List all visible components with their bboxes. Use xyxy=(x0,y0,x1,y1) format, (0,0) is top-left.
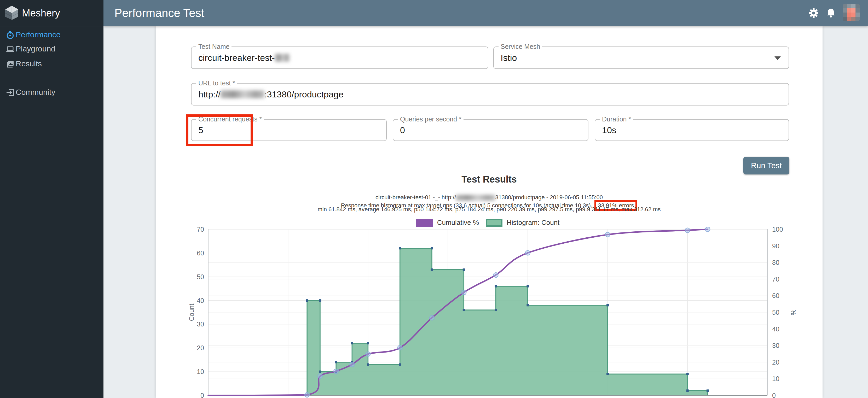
results-heading: Test Results xyxy=(156,174,823,185)
svg-text:20: 20 xyxy=(772,359,779,366)
chart-legend: Cumulative % Histogram: Count xyxy=(208,219,767,227)
svg-text:80: 80 xyxy=(772,259,779,266)
run-test-button[interactable]: Run Test xyxy=(743,157,789,174)
sidebar-item-community[interactable]: Community xyxy=(0,85,103,100)
concurrent-requests-label: Concurrent requests * xyxy=(196,115,264,123)
svg-text:90: 90 xyxy=(772,242,779,250)
blurred-text xyxy=(220,90,265,98)
exit-to-app-icon xyxy=(6,88,14,97)
sidebar: Meshery Performance Playground xyxy=(0,0,103,398)
svg-text:10: 10 xyxy=(197,368,204,375)
results-line-3: min 61.842 ms, average 146.925 ms, p50 1… xyxy=(156,206,823,213)
stopwatch-icon xyxy=(6,31,14,39)
page-title: Performance Test xyxy=(115,0,204,26)
test-name-value: circuit-breaker-test- xyxy=(198,53,275,63)
svg-text:%: % xyxy=(789,309,797,315)
blurred-text xyxy=(275,54,289,62)
avatar-blurred-image xyxy=(843,4,860,21)
brand-row[interactable]: Meshery xyxy=(0,0,103,26)
url-field[interactable]: URL to test * http://:31380/productpage xyxy=(191,83,789,105)
sidebar-item-performance[interactable]: Performance xyxy=(0,27,103,42)
settings-gear-icon[interactable] xyxy=(808,7,819,19)
test-name-field[interactable]: Test Name circuit-breaker-test- xyxy=(191,46,488,69)
service-mesh-select[interactable]: Service Mesh Istio xyxy=(493,46,789,69)
service-mesh-value: Istio xyxy=(501,47,517,68)
svg-text:40: 40 xyxy=(197,297,204,304)
queries-per-second-label: Queries per second * xyxy=(398,115,464,123)
content-card: Test Name circuit-breaker-test- Service … xyxy=(156,26,823,398)
svg-text:20: 20 xyxy=(197,344,204,352)
concurrent-requests-field[interactable]: Concurrent requests * 5 xyxy=(191,119,387,141)
chevron-down-icon xyxy=(774,57,781,60)
blurred-text xyxy=(456,195,495,201)
laptop-icon xyxy=(6,45,14,54)
svg-text:0: 0 xyxy=(200,392,204,398)
user-avatar[interactable] xyxy=(843,4,860,21)
duration-value: 10s xyxy=(602,120,616,140)
notifications-bell-icon[interactable] xyxy=(825,7,837,19)
svg-text:60: 60 xyxy=(197,250,204,257)
header-bar: Performance Test xyxy=(103,0,868,26)
sidebar-item-label: Performance xyxy=(16,27,61,42)
legend-swatch-green xyxy=(486,219,502,227)
concurrent-requests-value: 5 xyxy=(198,120,203,140)
svg-text:70: 70 xyxy=(197,227,204,233)
svg-text:40: 40 xyxy=(772,325,779,333)
meshery-logo-icon xyxy=(4,5,19,20)
sidebar-item-playground[interactable]: Playground xyxy=(0,41,103,56)
brand-name: Meshery xyxy=(22,0,60,26)
legend-item-cumulative: Cumulative % xyxy=(416,219,479,227)
results-gallery-icon xyxy=(6,60,14,68)
queries-per-second-field[interactable]: Queries per second * 0 xyxy=(393,119,588,141)
sidebar-item-label: Results xyxy=(16,57,42,71)
svg-text:60: 60 xyxy=(772,292,779,299)
svg-text:70: 70 xyxy=(772,275,779,283)
legend-item-histogram: Histogram: Count xyxy=(486,219,559,227)
url-value-prefix: http:// xyxy=(198,89,220,100)
svg-text:30: 30 xyxy=(197,321,204,328)
sidebar-divider xyxy=(0,77,103,77)
url-value-suffix: :31380/productpage xyxy=(265,89,343,100)
svg-text:0: 0 xyxy=(772,392,776,398)
response-time-histogram-chart: 0102030405060700102030405060708090100Cou… xyxy=(183,227,800,398)
sidebar-item-results[interactable]: Results xyxy=(0,57,103,71)
sidebar-item-label: Playground xyxy=(16,41,55,56)
svg-text:Count: Count xyxy=(188,304,195,321)
duration-field[interactable]: Duration * 10s xyxy=(595,119,789,141)
svg-text:30: 30 xyxy=(772,342,779,349)
svg-text:50: 50 xyxy=(772,309,779,316)
legend-swatch-purple xyxy=(416,219,433,227)
app-root: Meshery Performance Playground xyxy=(0,0,868,398)
svg-text:50: 50 xyxy=(197,273,204,280)
queries-per-second-value: 0 xyxy=(400,120,405,140)
sidebar-item-label: Community xyxy=(16,85,55,100)
svg-text:100: 100 xyxy=(772,227,783,233)
svg-text:10: 10 xyxy=(772,375,779,382)
